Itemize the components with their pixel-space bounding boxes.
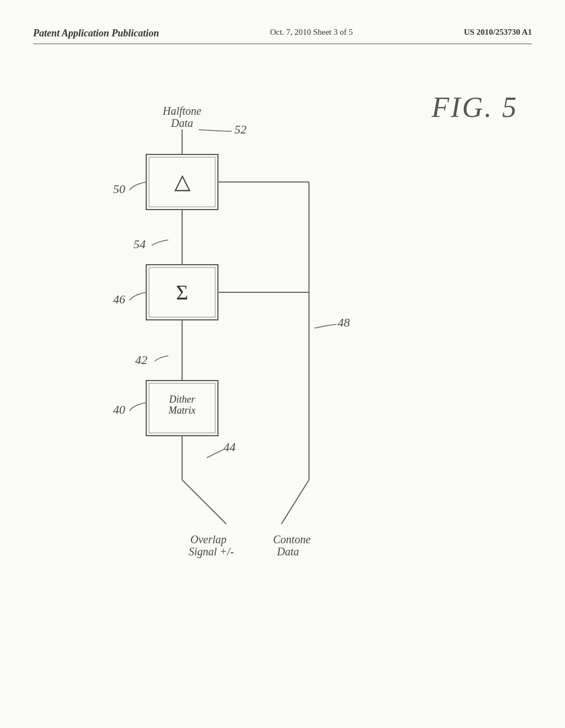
overlap-signal-label-line1: Overlap — [190, 533, 227, 546]
ref46-curve — [130, 292, 146, 301]
contone-data-label-line1: Contone — [273, 533, 311, 545]
halftone-data-label-line2: Data — [170, 117, 193, 129]
ref44-curve — [207, 449, 223, 458]
block-40-text-line2: Matrix — [168, 405, 196, 416]
ref40-curve — [130, 403, 146, 411]
sheet-info: Oct. 7, 2010 Sheet 3 of 5 — [270, 28, 353, 37]
halftone-data-label-line1: Halftone — [162, 105, 201, 117]
contone-data-label-line2: Data — [276, 545, 299, 558]
ref-42: 42 — [135, 353, 147, 367]
overlap-signal-line — [182, 480, 226, 524]
header: Patent Application Publication Oct. 7, 2… — [33, 28, 532, 44]
block-50-symbol: △ — [174, 170, 191, 193]
ref42-curve — [154, 356, 168, 361]
ref-46: 46 — [113, 292, 125, 306]
block-40-text-line1: Dither — [169, 394, 196, 405]
ref-48: 48 — [338, 315, 350, 329]
ref-50: 50 — [113, 182, 125, 196]
ref-40: 40 — [113, 403, 125, 416]
ref-54: 54 — [134, 237, 146, 251]
patent-number: US 2010/253730 A1 — [464, 28, 532, 37]
page: Patent Application Publication Oct. 7, 2… — [0, 0, 565, 728]
contone-line — [281, 480, 309, 524]
diagram-svg: Halftone Data 52 △ 50 54 Σ 46 — [44, 83, 497, 689]
halftone-ref-curve — [199, 130, 232, 131]
ref48-curve — [315, 324, 337, 328]
ref-52: 52 — [234, 122, 247, 136]
ref50-curve — [130, 182, 146, 190]
overlap-signal-label-line2: Signal +/- — [189, 545, 234, 558]
block-46-symbol: Σ — [176, 281, 188, 304]
ref54-curve — [152, 240, 168, 245]
ref-44: 44 — [223, 440, 236, 454]
publication-label: Patent Application Publication — [33, 28, 159, 39]
